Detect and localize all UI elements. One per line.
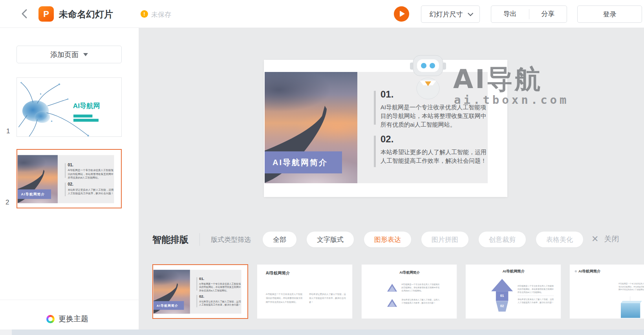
slide-size-dropdown[interactable]: 幻灯片尺寸 — [421, 6, 480, 23]
template-3-preview: AI导航网简介 AI导航网是一个专注收录优质人工智能项目的导航网站，本站将整理收… — [362, 265, 457, 319]
arrow-diagram: 01 02 — [489, 279, 515, 316]
top-toolbar: P 未命名幻灯片 ! 未保存 幻灯片尺寸 导出 分享 登录 — [0, 0, 644, 28]
smart-layout-bar: 智能排版 版式类型筛选 全部 文字版式 图形表达 图片拼图 创意裁剪 表格美化 — [152, 232, 593, 247]
template-4-preview: AI导航网简介 01 02 AI导航网是一个专注收录优质人工智能项目的导航网站，… — [466, 265, 561, 319]
template-text: AI导航网是一个专注收录优质人工智能项目的导航网站，本站将整理收集互联网中所有优… — [401, 283, 440, 292]
neuron-illustration — [17, 78, 122, 137]
template-thumbnail-1-selected[interactable]: AI导航网简介 01. AI导航网是一个专注收录优质人工智能项目的导航网站，本站… — [152, 264, 248, 319]
change-theme-button[interactable]: 更换主题 — [46, 314, 88, 324]
section-text: 本站希望让更多的人了解人工智能，运用人工智能提高工作效率，解决社会问题！ — [68, 188, 115, 195]
section-bar — [65, 163, 66, 178]
close-label: 关闭 — [604, 234, 619, 244]
filter-image-collage[interactable]: 图片拼图 — [421, 232, 468, 247]
template-thumbnail-2[interactable]: AI导航网简介 AI导航网是一个专注收录优质人工智能项目的导航网站，本站将整理收… — [257, 264, 353, 319]
section-number: 02. — [199, 294, 204, 298]
bullet-icon — [575, 270, 577, 272]
triangle-icon — [387, 284, 397, 292]
main-slide[interactable]: AI导航网简介 01. AI导航网是一个专注收录优质人工智能项目的导航网站，本站… — [264, 60, 507, 197]
editor-canvas[interactable]: AI导航网简介 01. AI导航网是一个专注收录优质人工智能项目的导航网站，本站… — [139, 28, 644, 335]
section-text: AI导航网是一个专注收录优质人工智能项目的导航网站，本站将整理收集互联网中所有优… — [68, 169, 115, 180]
template-1-preview: AI导航网简介 01. AI导航网是一个专注收录优质人工智能项目的导航网站，本站… — [153, 265, 248, 319]
slide-size-label: 幻灯片尺寸 — [430, 10, 463, 19]
photo-caption: AI导航网简介 — [154, 301, 184, 310]
arrow-head — [491, 279, 513, 291]
export-share-group: 导出 分享 — [491, 6, 567, 23]
change-theme-label: 更换主题 — [59, 314, 88, 324]
section-bar — [196, 277, 197, 291]
filter-table-beautify[interactable]: 表格美化 — [536, 232, 583, 247]
section-number: 01. — [199, 276, 204, 281]
chevron-down-icon — [468, 11, 473, 16]
filter-text-layout[interactable]: 文字版式 — [307, 232, 354, 247]
template-text: AI导航网是一个专注收录优质人工智能项目的导航网站，本站将整理收集互联网中所有优… — [518, 284, 554, 304]
slide-2-number: 2 — [5, 199, 9, 206]
back-icon[interactable] — [19, 8, 31, 20]
template-thumbnail-3[interactable]: AI导航网简介 AI导航网是一个专注收录优质人工智能项目的导航网站，本站将整理收… — [361, 264, 457, 319]
template-title: AI导航网简介 — [466, 269, 561, 274]
add-page-label: 添加页面 — [50, 50, 79, 59]
slides-sidebar: 添加页面 1 — [0, 28, 139, 335]
app-logo-icon: P — [38, 6, 54, 22]
section-bar — [374, 91, 376, 125]
play-button[interactable] — [394, 6, 409, 22]
teal-bar — [73, 119, 99, 121]
slide-1-title: AI导航网 — [73, 101, 100, 111]
filter-all[interactable]: 全部 — [263, 232, 296, 247]
section-number: 01. — [381, 89, 393, 100]
blue-3d-bar — [621, 303, 640, 318]
panel-title: 智能排版 — [152, 234, 188, 246]
slide-thumbnail-2-selected[interactable]: AI导航网简介 01. AI导航网是一个专注收录优质人工智能项目的导航网站，本站… — [16, 149, 122, 208]
arrow-segment-01: 01 — [496, 291, 509, 301]
section-bar — [374, 136, 376, 167]
slide-2-preview: AI导航网简介 01. AI导航网是一个专注收录优质人工智能项目的导航网站，本站… — [17, 150, 122, 208]
airplane-photo[interactable]: AI导航网简介 — [265, 72, 357, 183]
section-bar — [65, 182, 66, 196]
login-button[interactable]: 登录 — [577, 6, 642, 23]
theme-color-icon — [46, 315, 55, 323]
template-paragraph: AI导航网是一个专注收录优质人工智能项目的导航网站，本站将整理收集互联网中所有优… — [518, 284, 554, 296]
template-text: 本站希望让更多的人了解人工智能，运用人工智能提高工作效率，解决社会问题！ — [309, 292, 347, 304]
template-title: AI导航网简介 — [362, 270, 457, 275]
template-text: AI导航网是一个专注收录优质人工智能项目的导航网站，本站将整理收集互联网中所有优… — [266, 292, 304, 304]
photo-caption[interactable]: AI导航网简介 — [265, 151, 342, 173]
caret-down-icon — [83, 53, 88, 56]
section-bar — [196, 295, 197, 307]
slide-thumbnail-1[interactable]: AI导航网 — [16, 77, 122, 137]
filter-type-label: 版式类型筛选 — [211, 235, 251, 244]
section-text: AI导航网是一个专注收录优质人工智能项目的导航网站，本站将整理收集互联网中所有优… — [381, 103, 490, 129]
divider — [199, 233, 200, 246]
template-title: AI导航网简介 — [578, 269, 601, 274]
scrollbar-corner — [0, 329, 12, 335]
section-text: 本站希望让更多的人了解人工智能，运用人工智能提高工作效率，解决社会问题！ — [381, 148, 490, 165]
template-text: AI导航网是一个专注收录优质人工智能项目的导航网站，本站将整理收集互联网中所有优… — [618, 282, 644, 291]
sidebar-divider — [0, 300, 139, 300]
share-button[interactable]: 分享 — [529, 6, 567, 22]
template-text: 本站希望让更多的人了解人工智能，运用人工智能提高工作效率，解决社会问题！ — [401, 298, 440, 304]
arrow-segment-02: 02 — [496, 301, 509, 312]
section-number: 02. — [68, 182, 73, 186]
filter-graphic-expression[interactable]: 图形表达 — [364, 232, 411, 247]
section-text: AI导航网是一个专注收录优质人工智能项目的导航网站，本站将整理收集互联网中所有优… — [199, 282, 242, 292]
slide-1-preview: AI导航网 — [17, 78, 122, 137]
template-2-preview: AI导航网简介 AI导航网是一个专注收录优质人工智能项目的导航网站，本站将整理收… — [257, 265, 353, 319]
template-paragraph: 本站希望让更多的人了解人工智能，运用人工智能提高工作效率，解决社会问题！ — [518, 298, 554, 304]
slide-1-number: 1 — [6, 127, 10, 135]
export-button[interactable]: 导出 — [491, 6, 529, 22]
template-5-preview: AI导航网简介 AI导航网是一个专注收录优质人工智能项目的导航网站，本站将整理收… — [570, 265, 644, 319]
airplane-photo: AI导航网简介 — [18, 155, 58, 203]
add-page-button[interactable]: 添加页面 — [16, 46, 122, 63]
document-title[interactable]: 未命名幻灯片 — [59, 8, 113, 20]
template-thumbnail-4[interactable]: AI导航网简介 01 02 AI导航网是一个专注收录优质人工智能项目的导航网站，… — [465, 264, 561, 319]
airplane-photo: AI导航网简介 — [154, 270, 190, 314]
section-number: 02. — [381, 134, 393, 145]
template-thumbnail-5[interactable]: AI导航网简介 AI导航网是一个专注收录优质人工智能项目的导航网站，本站将整理收… — [569, 264, 644, 319]
unsaved-warning-icon: ! — [141, 10, 148, 18]
photo-caption: AI导航网简介 — [18, 190, 51, 199]
section-text: 本站希望让更多的人了解人工智能，运用人工智能提高工作效率，解决社会问题！ — [199, 300, 242, 306]
close-icon: ✕ — [591, 234, 598, 244]
close-panel-button[interactable]: ✕ 关闭 — [591, 234, 644, 244]
filter-creative-crop[interactable]: 创意裁剪 — [479, 232, 526, 247]
section-number: 01. — [68, 162, 73, 167]
horizontal-scrollbar[interactable] — [0, 329, 644, 335]
teal-bar — [73, 114, 92, 117]
